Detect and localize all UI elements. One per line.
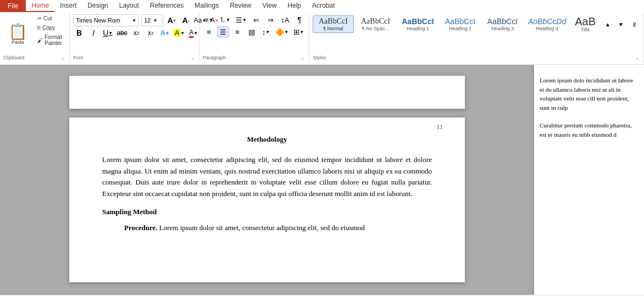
align-right-button[interactable]: ≡ bbox=[231, 26, 243, 37]
font-expand-btn[interactable]: ⌄ bbox=[190, 54, 196, 61]
font-row-1: Times New Rom ▼ 12 ▼ A+ A- Aа▼ A✕ bbox=[73, 14, 196, 26]
justify-button[interactable]: ▤ bbox=[246, 26, 258, 37]
insert-menu-item[interactable]: Insert bbox=[54, 0, 82, 12]
style-normal-label: ¶ Normal bbox=[323, 26, 343, 31]
main-page: 11 Methodology Lorem ipsum dolor sit ame… bbox=[69, 118, 465, 282]
copy-icon: ⎘ bbox=[37, 25, 41, 31]
underline-dropdown: ▼ bbox=[108, 31, 113, 36]
paste-icon: 📋 bbox=[8, 24, 27, 40]
cut-button[interactable]: ✂ Cut bbox=[35, 14, 66, 23]
right-page-content: Lorem ipsum dolo incididunt ut labore et… bbox=[534, 65, 644, 150]
style-heading3-button[interactable]: AaBbCcI Heading 3 bbox=[482, 15, 523, 33]
font-size-dropdown-arrow: ▼ bbox=[153, 18, 157, 23]
mailings-menu-item[interactable]: Mailings bbox=[189, 0, 224, 12]
font-size-value: 12 bbox=[144, 17, 151, 24]
design-menu-item[interactable]: Design bbox=[82, 0, 113, 12]
styles-scroll-down-button[interactable]: ▼ bbox=[615, 19, 627, 30]
align-left-button[interactable]: ≡ bbox=[203, 26, 215, 37]
clipboard-group-label: Clipboard bbox=[3, 55, 25, 60]
help-menu-item[interactable]: Help bbox=[282, 0, 307, 12]
font-family-dropdown-arrow: ▼ bbox=[132, 18, 136, 23]
font-group-label: Font bbox=[73, 55, 83, 60]
style-heading2-button[interactable]: AaBbCcI Heading 2 bbox=[440, 15, 481, 33]
ribbon: 📋 Paste ✂ Cut ⎘ Copy 🖌 Format Painter C bbox=[0, 12, 644, 65]
right-para-2: Curabitur pretium commodo pharetra, est … bbox=[540, 121, 639, 139]
paste-button[interactable]: 📋 Paste bbox=[3, 14, 32, 54]
style-heading4-preview: AoBbCcDd bbox=[528, 17, 566, 26]
procedure-text[interactable]: Lorem ipsum dolor sit amet, consectetur … bbox=[159, 224, 365, 232]
page-top-content bbox=[69, 76, 465, 109]
menu-items: Home Insert Design Layout References Mai… bbox=[26, 0, 644, 12]
font-family-selector[interactable]: Times New Rom ▼ bbox=[73, 14, 139, 26]
review-menu-item[interactable]: Review bbox=[224, 0, 257, 12]
procedure-paragraph: Procedure. Lorem ipsum dolor sit amet, c… bbox=[102, 222, 432, 234]
scissors-icon: ✂ bbox=[37, 15, 42, 21]
style-heading2-label: Heading 2 bbox=[449, 26, 471, 31]
bullet-list-button[interactable]: ≡▼ bbox=[203, 14, 215, 25]
font-size-selector[interactable]: 12 ▼ bbox=[141, 14, 163, 26]
copy-label: Copy bbox=[42, 25, 55, 31]
layout-menu-item[interactable]: Layout bbox=[114, 0, 145, 12]
style-heading4-label: Heading 4 bbox=[536, 26, 558, 31]
style-title-preview: AaB bbox=[575, 16, 596, 27]
styles-row: AaBbCcI ¶ Normal AaBbCcI ¶ No Spac... Aa… bbox=[313, 14, 640, 34]
styles-scroll-up-button[interactable]: ▲ bbox=[602, 19, 614, 30]
line-spacing-button[interactable]: ↕▼ bbox=[260, 26, 272, 37]
highlight-color-button[interactable]: A▼ bbox=[173, 27, 185, 38]
subscript-button[interactable]: x2 bbox=[130, 27, 142, 38]
copy-button[interactable]: ⎘ Copy bbox=[35, 24, 66, 32]
text-effects-button[interactable]: A▼ bbox=[159, 27, 171, 38]
increase-indent-button[interactable]: ⇒ bbox=[265, 14, 277, 25]
acrobat-menu-item[interactable]: Acrobat bbox=[307, 0, 340, 12]
styles-group-footer: Styles ⌄ bbox=[313, 54, 640, 62]
italic-button[interactable]: I bbox=[87, 27, 99, 38]
file-menu-item[interactable]: File bbox=[0, 0, 26, 12]
home-menu-item[interactable]: Home bbox=[26, 0, 54, 12]
font-shrink-button[interactable]: A- bbox=[180, 15, 192, 26]
paragraph-expand-btn[interactable]: ⌄ bbox=[300, 54, 306, 61]
font-grow-button[interactable]: A+ bbox=[165, 15, 177, 26]
decrease-indent-button[interactable]: ⇐ bbox=[251, 14, 263, 25]
cut-label: Cut bbox=[43, 15, 52, 21]
bold-button[interactable]: B bbox=[73, 27, 85, 38]
styles-group-label: Styles bbox=[313, 55, 326, 60]
style-title-button[interactable]: AaB Title bbox=[571, 14, 599, 34]
font-family-value: Times New Rom bbox=[76, 17, 120, 24]
references-menu-item[interactable]: References bbox=[145, 0, 189, 12]
show-marks-button[interactable]: ¶ bbox=[293, 14, 306, 25]
multilevel-list-button[interactable]: ☰▼ bbox=[234, 14, 248, 25]
style-heading4-button[interactable]: AoBbCcDd Heading 4 bbox=[524, 15, 570, 33]
style-normal-button[interactable]: AaBbCcI ¶ Normal bbox=[313, 15, 354, 33]
style-heading3-label: Heading 3 bbox=[491, 26, 514, 31]
styles-more-button[interactable]: ⊻ bbox=[628, 19, 640, 30]
page-number: 11 bbox=[436, 123, 443, 131]
underline-button[interactable]: U▼ bbox=[102, 27, 114, 38]
right-para-1-text: Lorem ipsum dolo incididunt ut labore et… bbox=[540, 77, 633, 111]
font-group: Times New Rom ▼ 12 ▼ A+ A- Aа▼ A✕ B I U▼… bbox=[70, 13, 199, 63]
shading-button[interactable]: 🔶▼ bbox=[274, 26, 290, 37]
font-color-button[interactable]: A▼ bbox=[187, 27, 199, 38]
document-area: 11 Methodology Lorem ipsum dolor sit ame… bbox=[0, 65, 644, 295]
superscript-button[interactable]: x2 bbox=[145, 27, 157, 38]
view-menu-item[interactable]: View bbox=[257, 0, 282, 12]
page-container[interactable]: 11 Methodology Lorem ipsum dolor sit ame… bbox=[0, 65, 534, 295]
sort-button[interactable]: ↕A bbox=[279, 14, 291, 25]
main-paragraph[interactable]: Lorem ipsum dolor sit amet, consectetur … bbox=[102, 154, 432, 200]
borders-button[interactable]: ⊞▼ bbox=[292, 26, 306, 37]
page-top-partial bbox=[69, 76, 465, 109]
clipboard-side: ✂ Cut ⎘ Copy 🖌 Format Painter bbox=[35, 14, 66, 54]
format-painter-button[interactable]: 🖌 Format Painter bbox=[35, 33, 66, 47]
page-content[interactable]: Methodology Lorem ipsum dolor sit amet, … bbox=[69, 118, 465, 255]
style-normal-preview: AaBbCcI bbox=[319, 17, 348, 26]
styles-expand-btn[interactable]: ⌄ bbox=[635, 54, 640, 61]
numbered-list-button[interactable]: ⒈▼ bbox=[217, 14, 232, 25]
style-heading1-label: Heading 1 bbox=[407, 26, 429, 31]
align-center-button[interactable]: ☰ bbox=[217, 26, 229, 37]
sampling-method-heading: Sampling Method bbox=[102, 206, 432, 218]
clipboard-expand-btn[interactable]: ⌄ bbox=[60, 54, 66, 61]
styles-group: AaBbCcI ¶ Normal AaBbCcI ¶ No Spac... Aa… bbox=[309, 13, 644, 63]
strikethrough-button[interactable]: abc bbox=[116, 27, 128, 38]
style-no-spacing-button[interactable]: AaBbCcI ¶ No Spac... bbox=[355, 15, 396, 33]
format-painter-label: Format Painter bbox=[45, 34, 63, 46]
style-heading1-button[interactable]: AaBbCcI Heading 1 bbox=[397, 15, 438, 33]
